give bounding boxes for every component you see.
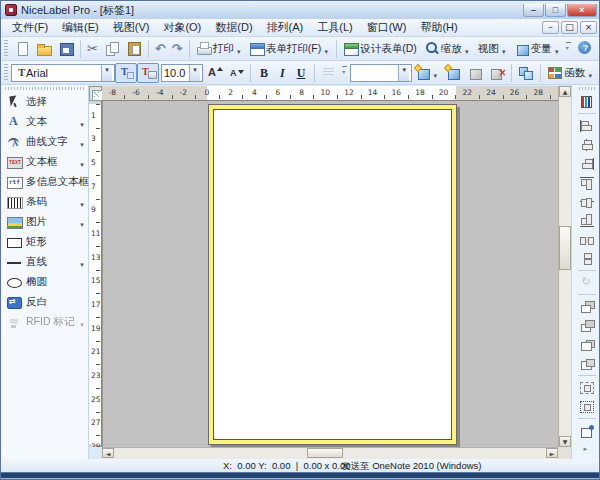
mdi-minimize-button[interactable]: – bbox=[542, 21, 559, 34]
toolbox-rich-text-box[interactable]: 多信息文本框 bbox=[1, 172, 88, 192]
dropdown-arrow-icon[interactable] bbox=[78, 213, 86, 231]
delete-variable-button[interactable] bbox=[486, 63, 508, 83]
menu-item[interactable]: 帮助(H) bbox=[413, 18, 464, 37]
vertical-scrollbar-thumb[interactable] bbox=[559, 226, 571, 270]
dropdown-arrow-icon[interactable] bbox=[322, 40, 330, 58]
italic-button[interactable]: I bbox=[274, 63, 291, 83]
toolbox-rectangle[interactable]: 矩形 bbox=[1, 232, 88, 252]
dropdown-arrow-icon[interactable] bbox=[78, 253, 86, 271]
align-top-button[interactable] bbox=[576, 173, 598, 192]
label-design-area[interactable] bbox=[213, 109, 452, 440]
design-form-button[interactable]: 设计表单(D) bbox=[340, 39, 421, 59]
new-variable-button[interactable] bbox=[442, 63, 464, 83]
toolbox-curved-text[interactable]: 曲线文字 bbox=[1, 132, 88, 152]
variable-combo[interactable] bbox=[350, 64, 412, 82]
distribute-horizontal-button[interactable] bbox=[576, 230, 598, 249]
close-button[interactable]: × bbox=[567, 4, 597, 17]
toolbox-picture[interactable]: 图片 bbox=[1, 212, 88, 232]
horizontal-scrollbar[interactable]: ◄ ► bbox=[102, 447, 558, 459]
new-button[interactable] bbox=[11, 39, 33, 59]
menu-item[interactable]: 视图(V) bbox=[106, 18, 157, 37]
dropdown-arrow-icon[interactable] bbox=[78, 153, 86, 171]
dropdown-arrow-icon[interactable] bbox=[78, 193, 86, 211]
dropdown-arrow-icon[interactable] bbox=[398, 65, 409, 81]
variable-wizard-button[interactable] bbox=[412, 63, 442, 83]
dropdown-arrow-icon[interactable] bbox=[189, 65, 200, 81]
toolbox-select[interactable]: 选择 bbox=[1, 92, 88, 112]
toolbar-grip[interactable] bbox=[579, 87, 595, 90]
toolbar-grip[interactable] bbox=[4, 64, 8, 82]
bold-button[interactable]: B bbox=[254, 63, 274, 83]
toolbar-grip[interactable] bbox=[4, 40, 8, 58]
function-button[interactable]: 函数 bbox=[544, 63, 597, 83]
zoom-button[interactable]: 缩放 bbox=[421, 39, 474, 59]
dropdown-arrow-icon[interactable] bbox=[553, 40, 561, 58]
bring-forward-button[interactable] bbox=[576, 297, 598, 316]
favorite-fonts-toggle[interactable] bbox=[115, 63, 137, 83]
vertical-scrollbar[interactable]: ▲ ▼ bbox=[558, 86, 571, 447]
toolbar-overflow-button[interactable] bbox=[341, 64, 349, 82]
dropdown-arrow-icon[interactable] bbox=[78, 113, 86, 131]
form-print-button[interactable]: 表单打印(F) bbox=[246, 39, 333, 59]
save-button[interactable] bbox=[55, 39, 77, 59]
variable-button[interactable]: 变量 bbox=[511, 39, 564, 59]
align-right-button[interactable] bbox=[576, 154, 598, 173]
bring-to-front-button[interactable] bbox=[576, 335, 598, 354]
horizontal-scrollbar-thumb[interactable] bbox=[307, 448, 343, 458]
minimize-button[interactable]: – bbox=[523, 4, 544, 17]
align-middle-button[interactable] bbox=[576, 192, 598, 211]
toolbox-inverse[interactable]: 反白 bbox=[1, 292, 88, 312]
selection-points-button[interactable] bbox=[576, 397, 598, 416]
scroll-up-button[interactable]: ▲ bbox=[559, 86, 571, 97]
menu-item[interactable]: 编辑(E) bbox=[55, 18, 106, 37]
distribute-vertical-button[interactable] bbox=[576, 249, 598, 268]
toolbox-grip[interactable] bbox=[5, 87, 84, 90]
grow-font-button[interactable] bbox=[203, 63, 225, 83]
cut-button[interactable]: ✂ bbox=[84, 39, 101, 59]
ruler-corner[interactable] bbox=[89, 86, 102, 101]
undo-button[interactable]: ↶ bbox=[152, 39, 169, 59]
dropdown-arrow-icon[interactable] bbox=[463, 40, 471, 58]
dropdown-arrow-icon[interactable] bbox=[78, 133, 86, 151]
columns-button[interactable] bbox=[576, 92, 598, 111]
font-name-combo[interactable]: Arial bbox=[11, 64, 115, 82]
copy-button[interactable] bbox=[101, 39, 123, 59]
scroll-down-button[interactable]: ▼ bbox=[559, 436, 571, 447]
send-backward-button[interactable] bbox=[576, 316, 598, 335]
selection-frame-button[interactable] bbox=[576, 378, 598, 397]
toolbox-text-box[interactable]: 文本框 bbox=[1, 152, 88, 172]
shrink-font-button[interactable] bbox=[225, 63, 247, 83]
open-button[interactable] bbox=[33, 39, 55, 59]
rotate-button[interactable] bbox=[576, 273, 598, 292]
align-left-button[interactable] bbox=[576, 116, 598, 135]
align-bottom-button[interactable] bbox=[576, 211, 598, 230]
toolbox-ellipse[interactable]: 椭圆 bbox=[1, 272, 88, 292]
variables-list-button[interactable] bbox=[515, 63, 537, 83]
menu-item[interactable]: 文件(F) bbox=[5, 18, 55, 37]
toolbox-rfid-tag[interactable]: RFID 标记 bbox=[1, 312, 88, 332]
dropdown-arrow-icon[interactable] bbox=[78, 313, 86, 331]
toolbox-text[interactable]: 文本 bbox=[1, 112, 88, 132]
toolbar-overflow-button[interactable] bbox=[565, 40, 573, 58]
dropdown-arrow-icon[interactable] bbox=[431, 64, 439, 82]
menu-item[interactable]: 数据(D) bbox=[208, 18, 259, 37]
font-size-combo[interactable]: 10.0 bbox=[161, 64, 203, 82]
label-page[interactable] bbox=[208, 104, 457, 445]
design-canvas[interactable] bbox=[102, 101, 558, 447]
menu-item[interactable]: 窗口(W) bbox=[360, 18, 414, 37]
help-button[interactable] bbox=[574, 39, 596, 59]
redo-button[interactable]: ↷ bbox=[169, 39, 186, 59]
align-center-button[interactable] bbox=[576, 135, 598, 154]
send-to-back-button[interactable] bbox=[576, 354, 598, 373]
dropdown-arrow-icon[interactable] bbox=[235, 40, 243, 58]
toolbar-overflow-button[interactable] bbox=[582, 447, 592, 457]
maximize-button[interactable]: □ bbox=[545, 4, 566, 17]
print-button[interactable]: 打印 bbox=[193, 39, 246, 59]
edit-variable-button[interactable] bbox=[464, 63, 486, 83]
users-button[interactable] bbox=[596, 39, 600, 59]
dropdown-arrow-icon[interactable] bbox=[586, 64, 594, 82]
mdi-close-button[interactable]: × bbox=[580, 21, 597, 34]
printer-fonts-toggle[interactable] bbox=[137, 63, 159, 83]
menu-item[interactable]: 工具(L) bbox=[310, 18, 359, 37]
view-button[interactable]: 视图 bbox=[474, 39, 511, 59]
